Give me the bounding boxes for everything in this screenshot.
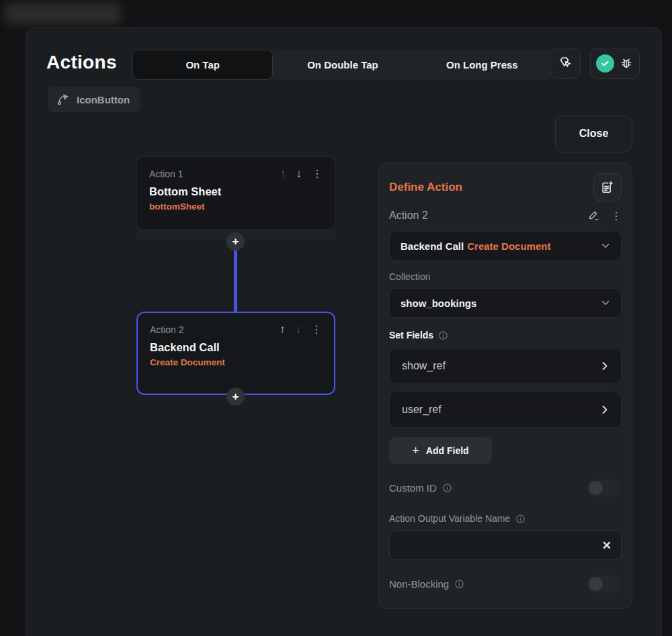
tab-on-tap[interactable]: On Tap	[132, 50, 273, 80]
tab-on-double-tap[interactable]: On Double Tap	[273, 50, 412, 80]
collection-label: Collection	[389, 271, 622, 282]
selected-action-label: Action 2	[389, 210, 587, 222]
node-menu-icon[interactable]: ⋮	[311, 324, 322, 335]
status-debug-button[interactable]	[590, 48, 640, 79]
field-row-show-ref[interactable]: show_ref	[389, 348, 622, 384]
copy-action-button[interactable]	[593, 173, 622, 201]
flow-gem-cursor-icon	[557, 55, 573, 71]
move-up-icon[interactable]: ↑	[280, 168, 286, 179]
trigger-tabbar: On Tap On Double Tap On Long Press	[132, 50, 552, 80]
non-blocking-toggle[interactable]	[587, 575, 622, 593]
info-icon[interactable]	[454, 579, 464, 589]
tab-on-long-press[interactable]: On Long Press	[413, 50, 552, 80]
flow-connector-line	[234, 247, 237, 312]
page-title: Actions	[46, 52, 117, 73]
add-action-after-1-button[interactable]: +	[226, 232, 245, 251]
non-blocking-label: Non-Blocking	[389, 578, 449, 590]
plus-icon: +	[412, 444, 419, 458]
field-name: show_ref	[402, 360, 598, 372]
action-type-secondary: Create Document	[467, 240, 550, 252]
toggle-knob	[589, 481, 603, 495]
action-node-1[interactable]: Action 1 ↑ ↓ ⋮ Bottom Sheet bottomSheet	[137, 157, 335, 229]
action-node-2[interactable]: Action 2 ↑ ↓ ⋮ Backend Call Create Docum…	[136, 312, 335, 395]
action-type-select[interactable]: Backend CallCreate Document	[389, 231, 622, 261]
widget-chip-label: IconButton	[77, 94, 130, 105]
output-variable-label: Action Output Variable Name	[389, 513, 510, 524]
action-flow-editor-button[interactable]	[550, 48, 581, 79]
actions-editor-modal: Actions On Tap On Double Tap On Long Pre…	[26, 27, 662, 636]
chevron-right-icon	[598, 359, 612, 373]
add-field-label: Add Field	[426, 445, 469, 456]
output-variable-input[interactable]	[399, 540, 602, 551]
close-button[interactable]: Close	[555, 115, 632, 152]
redacted-window-label	[5, 3, 121, 24]
chevron-down-icon	[599, 240, 612, 252]
move-up-icon[interactable]: ↑	[280, 324, 286, 335]
action-node-label: Action 2	[150, 324, 280, 335]
collection-value: show_bookings	[401, 298, 599, 309]
move-down-icon[interactable]: ↓	[296, 168, 302, 179]
add-action-after-2-button[interactable]: +	[226, 388, 245, 406]
node-menu-icon[interactable]: ⋮	[312, 169, 323, 179]
collection-select[interactable]: show_bookings	[389, 288, 622, 318]
edit-pencil-icon[interactable]	[587, 209, 600, 222]
action-node-title: Bottom Sheet	[149, 185, 323, 198]
move-down-icon[interactable]: ↓	[296, 324, 302, 335]
output-variable-input-wrap: ✕	[389, 531, 622, 560]
info-icon[interactable]	[515, 514, 526, 524]
field-name: user_ref	[402, 404, 598, 416]
custom-id-toggle[interactable]	[587, 479, 622, 497]
set-fields-label: Set Fields	[389, 330, 433, 340]
panel-title: Define Action	[389, 173, 593, 194]
field-row-user-ref[interactable]: user_ref	[389, 392, 622, 428]
info-icon[interactable]	[438, 330, 448, 340]
action-node-wrapper: Action 1 ↑ ↓ ⋮ Bottom Sheet bottomSheet	[135, 155, 337, 240]
custom-id-label: Custom ID	[389, 482, 437, 494]
clear-input-icon[interactable]: ✕	[602, 539, 612, 553]
chevron-right-icon	[598, 403, 612, 416]
info-icon[interactable]	[442, 483, 452, 493]
branch-cursor-icon	[56, 92, 71, 107]
action-node-title: Backend Call	[150, 341, 322, 354]
toggle-knob	[589, 577, 603, 591]
define-action-panel: Define Action Action 2	[378, 162, 632, 609]
action-menu-icon[interactable]: ⋮	[611, 210, 622, 222]
action-node-subtitle: bottomSheet	[149, 201, 323, 212]
action-type-primary: Backend Call	[401, 240, 464, 252]
bug-icon	[619, 56, 634, 71]
widget-trigger-chip[interactable]: IconButton	[48, 87, 140, 112]
success-check-icon	[596, 54, 614, 73]
action-node-subtitle: Create Document	[150, 357, 322, 367]
note-plus-icon	[600, 180, 615, 195]
add-field-button[interactable]: + Add Field	[389, 437, 492, 464]
action-node-label: Action 1	[149, 169, 280, 179]
chevron-down-icon	[599, 297, 612, 309]
